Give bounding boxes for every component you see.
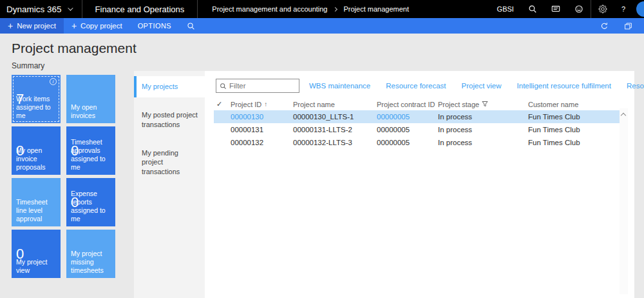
project-row[interactable]: 00000132 00000132-LLTS-3 00000005 In pro… (214, 136, 620, 149)
section-label-summary: Summary (12, 61, 44, 70)
tile-label: Work items assigned to me (16, 95, 59, 120)
cell-customer-name: Fun Times Club (528, 139, 620, 146)
project-row[interactable]: 00000131 00000131-LLTS-2 00000005 In pro… (214, 123, 620, 136)
cell-project-name: 00000131-LLTS-2 (293, 126, 377, 134)
tile-label: My project missing timesheets (71, 250, 113, 275)
filter-input[interactable] (229, 82, 296, 90)
tile-my-project-missing-timesheets[interactable]: My project missing timesheets (66, 230, 115, 278)
filter-box (216, 79, 299, 93)
tile-work-items-assigned[interactable]: i 7 Work items assigned to me (12, 75, 61, 123)
select-all-checkmark-icon[interactable]: ✓ (216, 100, 231, 108)
nav-right-cluster: GBSI ? (490, 0, 644, 18)
search-icon[interactable] (521, 0, 544, 18)
tile-timesheet-approvals[interactable]: 0 Timesheet approvals assigned to me (66, 126, 115, 175)
sort-ascending-icon: ↑ (264, 101, 267, 108)
feedback-message-icon[interactable] (544, 0, 567, 18)
sentiment-smiley-icon[interactable] (567, 0, 591, 18)
chevron-down-icon (68, 5, 73, 10)
cell-project-contract-id[interactable]: 00000005 (377, 139, 438, 146)
plus-icon: + (8, 21, 13, 30)
tile-my-open-invoices[interactable]: My open invoices (66, 75, 115, 123)
tab-my-posted-project-transactions[interactable]: My posted project transactions (134, 104, 205, 135)
brand-label: Dynamics 365 (6, 5, 62, 14)
project-row[interactable]: 00000130 00000130_LLTS-1 00000005 In pro… (214, 110, 620, 123)
tile-expense-reports-assigned[interactable]: 0 Expense reports assigned to me (66, 178, 115, 226)
vertical-scrollbar[interactable] (620, 108, 628, 294)
column-header-project-stage[interactable]: Project stage (438, 101, 528, 108)
projects-panel: WBS maintenance Resource forecast Projec… (205, 71, 634, 298)
open-in-new-window-icon[interactable] (616, 18, 640, 34)
tab-my-projects[interactable]: My projects (134, 76, 205, 97)
chevron-right-icon (333, 6, 337, 11)
tile-label: Expense reports assigned to me (71, 190, 113, 224)
cell-project-id[interactable]: 00000132 (231, 139, 293, 146)
cell-project-id[interactable]: 00000131 (231, 126, 293, 134)
tile-label: My open invoices (71, 103, 113, 120)
cell-project-stage: In process (438, 113, 528, 121)
column-header-project-name[interactable]: Project name (293, 101, 377, 108)
tile-label: My open invoice proposals (16, 146, 59, 172)
quick-links: WBS maintenance Resource forecast Projec… (309, 82, 644, 90)
tile-timesheet-line-level-approval[interactable]: Timesheet line level approval (12, 178, 61, 226)
grid-toolbar: WBS maintenance Resource forecast Projec… (216, 79, 628, 93)
copy-project-label: Copy project (80, 22, 122, 30)
action-pane: + New project + Copy project OPTIONS (0, 18, 644, 34)
help-button[interactable]: ? (614, 0, 632, 18)
grid-rows: 00000130 00000130_LLTS-1 00000005 In pro… (214, 110, 620, 149)
copy-project-button[interactable]: + Copy project (64, 18, 130, 34)
brand-menu[interactable]: Dynamics 365 (0, 0, 82, 18)
cell-project-name: 00000130_LLTS-1 (293, 113, 377, 121)
column-header-project-contract-id[interactable]: Project contract ID (377, 101, 438, 108)
cell-project-id[interactable]: 00000130 (231, 113, 293, 121)
user-avatar[interactable] (636, 1, 644, 17)
options-menu[interactable]: OPTIONS (130, 18, 179, 34)
refresh-icon[interactable] (592, 18, 616, 34)
tile-label: Timesheet line level approval (16, 198, 59, 223)
cell-project-contract-id[interactable]: 00000005 (377, 126, 438, 134)
filter-funnel-icon (482, 101, 488, 108)
new-project-button[interactable]: + New project (0, 18, 64, 34)
app-name[interactable]: Finance and Operations (82, 0, 198, 18)
page-title: Project management (12, 41, 137, 56)
cell-project-name: 00000132-LLTS-3 (293, 139, 377, 146)
tile-label: My project view (16, 258, 59, 275)
settings-gear-icon[interactable] (591, 0, 614, 18)
action-pane-right (592, 18, 644, 34)
link-resource-forecast[interactable]: Resource forecast (386, 82, 446, 90)
cell-customer-name: Fun Times Club (528, 126, 620, 134)
cell-customer-name: Fun Times Club (528, 113, 620, 121)
company-badge[interactable]: GBSI (490, 0, 521, 18)
cell-project-stage: In process (438, 126, 528, 134)
link-project-view[interactable]: Project view (462, 82, 502, 90)
link-intelligent-resource-fulfilment[interactable]: Intelligent resource fulfilment (517, 82, 611, 90)
breadcrumb-current[interactable]: Project management (343, 5, 409, 13)
breadcrumb: Project management and accounting Projec… (198, 5, 409, 13)
vertical-tab-list: My projects My posted project transactio… (134, 71, 205, 298)
info-icon[interactable]: i (50, 78, 57, 85)
grid-header: ✓ Project ID ↑ Project name Project cont… (214, 98, 620, 110)
tile-my-project-view[interactable]: 0 My project view (12, 230, 61, 278)
tab-my-pending-project-transactions[interactable]: My pending project transactions (134, 143, 205, 183)
link-resource-view[interactable]: Resource view (627, 82, 644, 90)
link-wbs-maintenance[interactable]: WBS maintenance (309, 82, 370, 90)
filter-search-icon (220, 83, 227, 90)
column-header-project-id[interactable]: Project ID ↑ (231, 101, 293, 108)
options-label: OPTIONS (138, 22, 171, 30)
summary-tiles: i 7 Work items assigned to me My open in… (12, 75, 115, 278)
cell-project-contract-id[interactable]: 00000005 (377, 113, 438, 121)
top-nav: Dynamics 365 Finance and Operations Proj… (0, 0, 644, 18)
tile-my-open-invoice-proposals[interactable]: 0 My open invoice proposals (12, 126, 61, 175)
scroll-up-icon[interactable] (621, 113, 626, 118)
new-project-label: New project (17, 22, 56, 30)
breadcrumb-parent[interactable]: Project management and accounting (212, 5, 327, 13)
column-header-customer-name[interactable]: Customer name (528, 101, 620, 108)
plus-icon: + (71, 21, 77, 30)
cell-project-stage: In process (438, 139, 528, 146)
tile-label: Timesheet approvals assigned to me (71, 138, 113, 172)
action-search-icon[interactable] (179, 18, 203, 34)
